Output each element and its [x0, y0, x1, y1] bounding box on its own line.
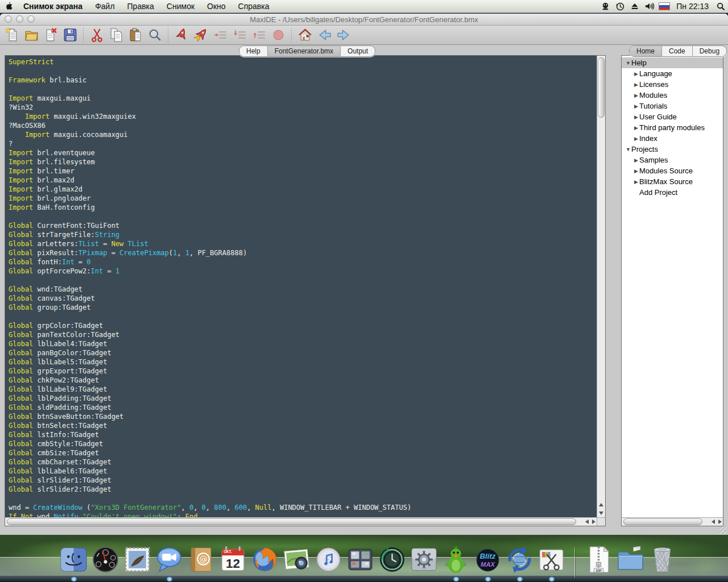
editor-tab-help[interactable]: Help — [239, 46, 268, 56]
dock-item-screenshot[interactable] — [537, 545, 566, 574]
disclosure-right-icon[interactable]: ▶ — [633, 157, 639, 163]
copy-button[interactable] — [106, 27, 126, 44]
build-button[interactable] — [172, 27, 191, 44]
code-editor[interactable]: SuperStrict Framework brl.basic Import m… — [5, 55, 606, 526]
stop-button[interactable] — [268, 27, 288, 44]
sidebar-tab-home[interactable]: Home — [630, 46, 662, 56]
apple-menu-icon[interactable] — [0, 2, 17, 11]
tree-item-projects[interactable]: ▼Projects — [622, 144, 723, 155]
cut-button[interactable] — [87, 27, 106, 44]
code-area[interactable]: SuperStrict Framework brl.basic Import m… — [5, 56, 597, 517]
tree-item-language[interactable]: ▶Language — [622, 68, 723, 79]
disclosure-right-icon[interactable]: ▶ — [633, 136, 639, 142]
disclosure-right-icon[interactable]: ▶ — [633, 125, 639, 131]
close-file-button[interactable] — [41, 27, 60, 44]
disclosure-right-icon[interactable]: ▶ — [633, 82, 639, 88]
editor-tab-output[interactable]: Output — [341, 46, 375, 56]
tree-item-modules[interactable]: ▶Modules — [622, 90, 723, 101]
menubar-item-4[interactable]: Снимок — [160, 0, 201, 13]
eject-icon[interactable] — [627, 2, 642, 11]
disclosure-right-icon[interactable]: ▶ — [633, 71, 639, 77]
step-button[interactable] — [210, 27, 230, 44]
sidebar-horizontal-scrollbar[interactable] — [622, 517, 723, 526]
tree-item-samples[interactable]: ▶Samples — [622, 155, 723, 165]
find-button[interactable] — [145, 27, 164, 44]
dock-item-firefox[interactable] — [250, 545, 279, 574]
sidebar-hscroll-thumb[interactable] — [623, 518, 702, 525]
close-window-button[interactable] — [5, 15, 12, 23]
tree-item-third-party-modules[interactable]: ▶Third party modules — [622, 122, 723, 133]
sidebar-scroll-right-arrow[interactable] — [718, 519, 722, 524]
step-out-button[interactable] — [249, 27, 268, 44]
editor-tab-fontgenerator-bmx[interactable]: FontGenerator.bmx — [268, 46, 341, 56]
editor-hscroll-thumb[interactable] — [7, 518, 576, 525]
editor-vscroll-thumb[interactable] — [598, 57, 605, 118]
window-titlebar[interactable]: MaxIDE - /Users/billgates/Desktop/FontGe… — [0, 14, 728, 26]
tree-item-modules-source[interactable]: ▶Modules Source — [622, 165, 723, 176]
tree-item-user-guide[interactable]: ▶User Guide — [622, 111, 723, 122]
dock-item-zip-archive[interactable]: ZIP — [584, 545, 613, 574]
dock-item-time-machine[interactable] — [378, 545, 407, 574]
dock-item-ical[interactable]: ОКТ.12 — [218, 545, 247, 574]
disclosure-right-icon[interactable]: ▶ — [633, 168, 639, 174]
menubar-item-3[interactable]: Правка — [121, 0, 160, 13]
tree-item-help[interactable]: ▼Help — [622, 57, 723, 68]
new-file-button[interactable] — [2, 27, 22, 44]
disclosure-down-icon[interactable]: ▼ — [625, 60, 631, 66]
scroll-left-arrow[interactable] — [585, 519, 589, 524]
editor-horizontal-scrollbar[interactable] — [5, 517, 597, 526]
menubar-item-6[interactable]: Справка — [232, 0, 276, 13]
scroll-down-arrow[interactable] — [599, 512, 603, 515]
menubar-item-2[interactable]: Файл — [89, 0, 121, 13]
time-machine-menu-icon[interactable] — [613, 2, 627, 11]
window-resize-grip[interactable] — [719, 526, 727, 534]
tree-item-index[interactable]: ▶Index — [622, 133, 723, 144]
step-in-button[interactable] — [230, 27, 249, 44]
forward-button[interactable] — [334, 27, 353, 44]
disclosure-right-icon[interactable]: ▶ — [633, 93, 639, 98]
scroll-right-arrow[interactable] — [592, 519, 595, 524]
disclosure-right-icon[interactable]: ▶ — [633, 103, 639, 109]
menubar-item-1[interactable]: Снимок экрана — [17, 0, 89, 13]
dock-item-trash[interactable] — [648, 545, 677, 574]
dock-item-system-preferences[interactable] — [410, 545, 439, 574]
tree-item-tutorials[interactable]: ▶Tutorials — [622, 101, 723, 111]
dock-item-downloads-folder[interactable] — [616, 545, 645, 574]
sidebar-tab-debug[interactable]: Debug — [693, 46, 726, 56]
sidebar-scroll-left-arrow[interactable] — [712, 519, 715, 524]
scroll-up-arrow[interactable] — [599, 503, 603, 506]
dock-item-adium[interactable] — [441, 545, 470, 574]
build-run-button[interactable] — [191, 27, 210, 44]
paste-button[interactable] — [126, 27, 145, 44]
dock-item-itunes[interactable] — [314, 545, 343, 574]
volume-icon[interactable] — [642, 2, 657, 11]
dock-item-spaces[interactable] — [346, 545, 375, 574]
disclosure-right-icon[interactable]: ▶ — [633, 179, 639, 185]
menubar-item-5[interactable]: Окно — [201, 0, 232, 13]
dock-item-mail[interactable] — [123, 545, 152, 574]
flag-ru-icon[interactable] — [657, 2, 672, 10]
open-file-button[interactable] — [22, 27, 41, 44]
menubar-clock[interactable]: Пн 22:13 — [672, 2, 713, 11]
dock-item-dashboard[interactable] — [91, 545, 120, 574]
tree-item-licenses[interactable]: ▶Licenses — [622, 79, 723, 90]
disclosure-down-icon[interactable]: ▼ — [625, 147, 631, 152]
sidebar-tab-code[interactable]: Code — [662, 46, 693, 56]
editor-vertical-scrollbar[interactable] — [597, 56, 605, 517]
dock-item-address-book[interactable]: @ — [187, 545, 216, 574]
zoom-window-button[interactable] — [27, 15, 35, 23]
spotlight-icon[interactable] — [713, 2, 728, 11]
dock-item-finder[interactable] — [59, 545, 88, 574]
dock-item-ichat[interactable] — [155, 545, 184, 574]
back-button[interactable] — [315, 27, 334, 44]
disclosure-right-icon[interactable]: ▶ — [633, 114, 639, 120]
dock-item-sync[interactable] — [505, 545, 534, 574]
screenshot-tray-icon[interactable] — [598, 2, 613, 11]
save-file-button[interactable] — [60, 27, 80, 44]
dock-item-iphoto[interactable] — [282, 545, 311, 574]
tree-item-blitzmax-source[interactable]: ▶BlitzMax Source — [622, 176, 723, 187]
tree-item-add-project[interactable]: Add Project — [622, 187, 723, 198]
dock-item-blitzmax[interactable]: BlitzMAX — [473, 545, 502, 574]
minimize-window-button[interactable] — [16, 15, 23, 23]
home-button[interactable] — [295, 27, 315, 44]
